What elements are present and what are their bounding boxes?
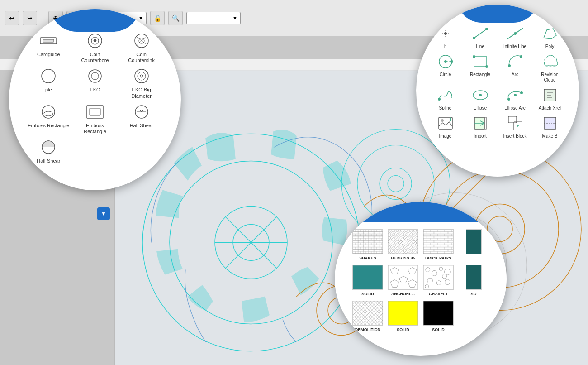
zoom-button[interactable]: 🔍 [168, 11, 183, 25]
rectangle-draw-icon [470, 53, 490, 70]
hatch-gravel1[interactable]: GRAVEL1 [423, 265, 454, 296]
draw-revision-cloud[interactable]: RevisionCloud [534, 53, 565, 83]
undo-button[interactable]: ↩ [5, 11, 19, 25]
draw-attach-xref[interactable]: Attach Xref [534, 86, 565, 111]
draw-spline[interactable]: Spline [430, 86, 461, 111]
svg-rect-102 [388, 265, 418, 289]
svg-point-74 [441, 119, 444, 122]
hatch-herring45-preview [388, 229, 418, 254]
hatch-herring45[interactable]: HERRING 45 [388, 229, 418, 260]
image-icon [436, 115, 455, 132]
arc-draw-icon [505, 53, 525, 70]
emboss-label: Emboss Rectangle [28, 123, 69, 129]
half-shear-label: Half Shear [37, 158, 60, 164]
ellipse-label: Ellipse [474, 106, 487, 111]
circle-draw-icon [436, 53, 455, 70]
hatch-solid-teal[interactable]: SOLID [352, 265, 383, 296]
svg-point-53 [514, 32, 517, 35]
svg-point-37 [42, 106, 55, 118]
svg-point-66 [507, 98, 510, 101]
line-icon [470, 25, 490, 42]
hatch-shakes-preview [352, 229, 383, 254]
layer-dropdown-arrow: ▼ [138, 15, 143, 21]
hatch-anchorl[interactable]: ANCHORL... [388, 265, 418, 296]
hatch-partial[interactable] [458, 229, 489, 260]
ellipse-arc-label: Ellipse Arc [504, 106, 526, 111]
coin-countersink-icon [131, 32, 152, 50]
hatch-demolition-label: DEMOLITION [355, 327, 381, 332]
left-tools-grid: Cardguide CoinCounterbore [18, 18, 172, 181]
hatch-brick-pairs[interactable]: BRICK PAIRS [423, 229, 454, 260]
svg-rect-58 [474, 57, 487, 67]
tool-ple[interactable]: ple [27, 67, 70, 99]
infinite-line-label: Infinite Line [503, 44, 526, 49]
tool-coin-countersink[interactable]: CoinCountersink [120, 32, 163, 63]
coin-counterbore-icon [84, 32, 106, 50]
svg-point-68 [514, 94, 517, 96]
svg-rect-101 [353, 265, 383, 289]
cardguide-icon [38, 32, 59, 50]
svg-point-26 [94, 39, 96, 42]
hatch-solid-yellow[interactable]: SOLID [388, 301, 418, 332]
hatch-solid-partial2[interactable]: SO [458, 265, 489, 296]
draw-line[interactable]: Line [465, 25, 496, 49]
svg-rect-116 [353, 301, 383, 325]
tool-eko-big[interactable]: EKO BigDiameter [120, 67, 163, 99]
hatch-solid-black[interactable]: SOLID [423, 301, 454, 332]
zoom-dropdown[interactable]: ▼ [186, 12, 241, 24]
svg-point-50 [473, 37, 475, 39]
draw-make-block[interactable]: Make B [534, 115, 565, 139]
draw-ellipse[interactable]: Ellipse [465, 86, 496, 111]
tool-emboss-rect[interactable]: EmbossRectangle [74, 103, 117, 134]
draw-rectangle[interactable]: Rectangle [465, 53, 496, 83]
redo-button[interactable]: ↪ [23, 11, 37, 25]
lock-button[interactable]: 🔒 [150, 11, 165, 25]
import-label: Import [474, 134, 486, 139]
right-draw-popup: it Line I [416, 5, 579, 177]
hatch-solid-black-preview [423, 301, 454, 326]
draw-infinite-line[interactable]: Infinite Line [499, 25, 531, 49]
cardguide-label: Cardguide [37, 52, 60, 58]
hatch-shakes[interactable]: SHAKES [352, 229, 383, 260]
revision-cloud-label: RevisionCloud [541, 72, 558, 83]
svg-point-33 [91, 72, 99, 80]
hatch-anchorl-preview [388, 265, 418, 290]
circle-label: Circle [440, 72, 451, 77]
eko-label: EKO [90, 87, 100, 93]
emboss-rect-icon [84, 103, 106, 121]
hatch-demolition[interactable]: DEMOLITION [352, 301, 383, 332]
ple-label: ple [45, 87, 52, 93]
svg-rect-100 [423, 230, 453, 254]
sidebar-collapse-button[interactable]: ▼ [97, 207, 110, 220]
hatch-grid: SHAKES HERRING 45 [346, 222, 496, 339]
hatch-solid-teal-preview [352, 265, 383, 290]
hatch-partial-preview [466, 229, 482, 254]
tool-extrusion[interactable]: Half Shear [120, 103, 163, 134]
zoom-dropdown-arrow: ▼ [232, 15, 237, 21]
svg-rect-39 [87, 106, 103, 118]
draw-arc[interactable]: Arc [499, 53, 531, 83]
svg-rect-118 [423, 301, 453, 325]
hatch-solid-partial2-label: SO [470, 292, 476, 296]
draw-ellipse-arc[interactable]: Ellipse Arc [499, 86, 531, 111]
svg-point-34 [135, 69, 148, 83]
draw-circle[interactable]: Circle [430, 53, 461, 83]
half-shear-icon [38, 138, 59, 156]
hatch-solid-yellow-preview [388, 301, 418, 326]
tool-emboss[interactable]: Emboss Rectangle [27, 103, 70, 134]
poly-label: Poly [545, 44, 554, 49]
spline-icon [436, 86, 455, 104]
draw-image[interactable]: Image [430, 115, 461, 139]
svg-point-61 [508, 64, 511, 67]
tool-half-shear[interactable]: Half Shear [27, 138, 70, 164]
tool-cardguide[interactable]: Cardguide [27, 32, 70, 63]
draw-import[interactable]: Import [465, 115, 496, 139]
extrusion-icon [131, 103, 152, 121]
hatch-solid-teal-label: SOLID [361, 292, 374, 296]
ellipse-arc-icon [505, 86, 525, 104]
tool-coin-counterbore[interactable]: CoinCounterbore [74, 32, 117, 63]
draw-insert-block[interactable]: Insert Block [499, 115, 531, 139]
right-draw-grid: it Line I [423, 11, 572, 170]
tool-eko[interactable]: EKO [74, 67, 117, 99]
eko-big-label: EKO BigDiameter [131, 87, 152, 99]
